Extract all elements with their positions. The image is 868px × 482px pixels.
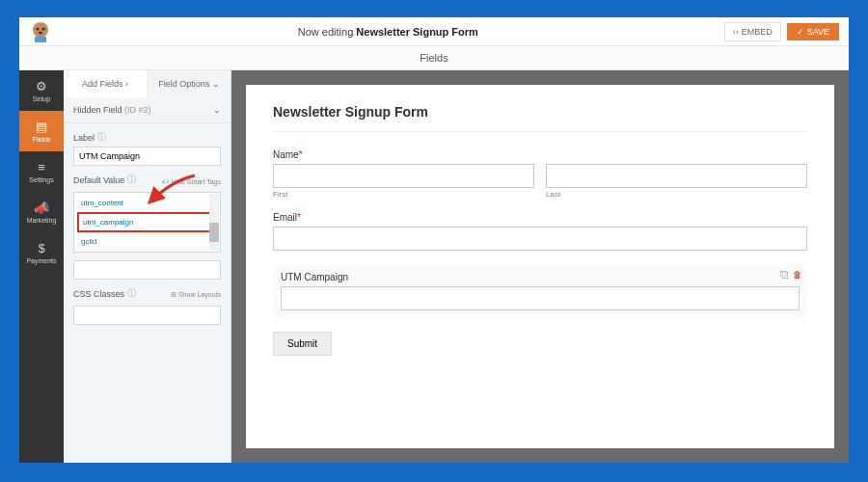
email-label: Email* [273,212,807,223]
smart-tags-list: utm_content utm_campaign gclid [73,192,221,253]
smart-tag-item-highlighted[interactable]: utm_campaign [77,212,217,232]
hidden-field-header[interactable]: Hidden Field (ID #2) ⌄ [64,97,231,123]
tab-field-options[interactable]: Field Options ⌄ [148,70,231,97]
css-classes-input[interactable] [73,306,221,325]
chevron-down-icon: ⌄ [213,105,221,115]
show-layouts-link[interactable]: ⊞ Show Layouts [171,291,221,299]
name-label: Name* [273,149,534,160]
fields-section-tab[interactable]: Fields [19,46,849,70]
tab-add-fields[interactable]: Add Fields › [64,70,148,97]
submit-button[interactable]: Submit [273,332,332,356]
default-value-label: Default Value [73,175,124,185]
sidebar-item-setup[interactable]: ⚙Setup [19,70,64,111]
form-preview: Newsletter Signup Form Name* First Last [246,85,834,448]
gear-icon: ⚙ [36,79,47,94]
spacer [546,149,807,160]
label-input[interactable] [73,147,221,166]
first-sublabel: First [273,190,534,199]
check-icon: ✓ [797,27,804,37]
options-panel: Add Fields › Field Options ⌄ Hidden Fiel… [64,70,231,463]
divider [273,131,807,132]
first-name-input[interactable] [273,164,534,188]
help-icon[interactable]: ⓘ [127,287,136,300]
help-icon[interactable]: ⓘ [127,174,136,186]
scrollbar[interactable] [209,194,219,251]
scrollbar-thumb[interactable] [209,223,219,242]
label-label: Label [73,133,95,143]
megaphone-icon: 📣 [34,201,49,215]
utm-input[interactable] [281,286,800,310]
embed-icon: ‹› [733,27,739,37]
css-classes-label: CSS Classes [73,289,124,299]
dollar-icon: $ [38,241,44,255]
last-sublabel: Last [546,190,807,199]
svg-point-0 [33,22,48,38]
smart-tag-item[interactable]: utm_content [77,196,217,210]
svg-rect-4 [35,37,46,42]
sidebar-item-fields[interactable]: ▤Fields [19,111,64,151]
utm-label: UTM Campaign [281,272,800,282]
save-button[interactable]: ✓SAVE [787,23,839,40]
app-logo [29,20,52,43]
smart-tag-item[interactable]: gclid [77,234,217,249]
sidebar-item-settings[interactable]: ≡Settings [19,151,64,192]
form-title: Newsletter Signup Form [273,104,807,120]
last-name-input[interactable] [546,164,807,188]
copy-icon[interactable]: ⿻ [780,270,789,280]
topbar: Now editing Newsletter Signup Form ‹›EMB… [19,17,849,46]
main-sidebar: ⚙Setup ▤Fields ≡Settings 📣Marketing $Pay… [19,70,64,463]
email-input[interactable] [273,227,807,251]
sliders-icon: ≡ [38,160,45,174]
default-value-input[interactable] [73,260,221,280]
editing-label: Now editing Newsletter Signup Form [52,26,724,38]
svg-point-2 [42,27,45,30]
sidebar-item-marketing[interactable]: 📣Marketing [19,192,64,232]
svg-point-3 [39,31,42,34]
trash-icon[interactable]: 🗑 [793,270,801,280]
help-icon[interactable]: ⓘ [97,131,106,144]
form-canvas: Newsletter Signup Form Name* First Last [231,70,849,463]
list-icon: ▤ [36,120,47,134]
sidebar-item-payments[interactable]: $Payments [19,232,64,273]
svg-point-1 [37,27,40,30]
embed-button[interactable]: ‹›EMBED [724,22,781,41]
hide-smart-tags-link[interactable]: 🏷 Hide Smart Tags [162,178,221,185]
utm-field-row[interactable]: ⿻ 🗑 UTM Campaign [273,264,807,318]
